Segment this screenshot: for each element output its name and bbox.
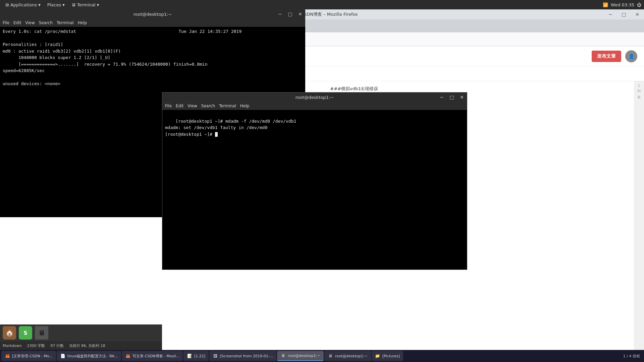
user-avatar[interactable]: 👤 xyxy=(625,50,637,62)
terminal-1-close-button[interactable]: ✕ xyxy=(295,9,305,19)
term1-file-menu[interactable]: File xyxy=(3,20,9,25)
term2-file-menu[interactable]: File xyxy=(165,104,172,108)
firefox-minimize-button[interactable]: ─ xyxy=(604,9,617,19)
terminal-2-minimize-button[interactable]: ─ xyxy=(437,93,447,102)
terminal-1-maximize-button[interactable]: □ xyxy=(285,9,295,19)
terminal-chevron: ▾ xyxy=(97,2,99,7)
taskbar-item-terminal-1[interactable]: 🖥 root@desktop1:~ xyxy=(277,351,324,361)
datetime-display: Wed 03:35 xyxy=(611,2,634,7)
term2-view-menu[interactable]: View xyxy=(187,104,197,108)
places-label: Places xyxy=(47,2,61,7)
terminal-2-title: root@desktop1:~ xyxy=(296,95,334,100)
term2-terminal-menu[interactable]: Terminal xyxy=(219,104,236,108)
char-count: 2300 字数 xyxy=(27,343,45,348)
taskbar-item-label-2: linux磁盘阵列配置方法 · RA... xyxy=(67,354,118,359)
terminal-icon: 🖥 xyxy=(71,2,76,7)
system-bar: ⊞ Applications ▾ Places ▾ 🖥 Terminal ▾ 📶… xyxy=(0,0,644,9)
firefox-close-button[interactable]: ✕ xyxy=(631,9,644,19)
line-count: 97 行数 xyxy=(50,343,64,348)
term1-edit-menu[interactable]: Edit xyxy=(13,20,21,25)
terminal-1-titlebar: root@desktop1:~ ─ □ ✕ xyxy=(0,9,305,19)
taskbar-item-label-5: [Screenshot from 2019-01-... xyxy=(220,354,273,358)
taskbar-firefox-icon-2: 🦊 xyxy=(125,353,130,359)
term1-terminal-menu[interactable]: Terminal xyxy=(57,20,74,25)
firefox-window-controls: ─ □ ✕ xyxy=(604,9,644,19)
terminal-1-menubar: File Edit View Search Terminal Help xyxy=(0,19,305,27)
taskbar-firefox-icon: 🦊 xyxy=(5,353,10,359)
icon-tray: 🏠 S 🖥 xyxy=(0,324,162,341)
taskbar-item-label-6: root@desktop1:~ xyxy=(288,354,320,358)
page-info: 1 / 4 役程 xyxy=(623,354,643,359)
taskbar: 🦊 [文章管理-CSDN - Mo... 📄 linux磁盘阵列配置方法 · R… xyxy=(0,350,644,362)
applications-label: Applications xyxy=(10,2,37,7)
power-icon: ⏻ xyxy=(637,2,641,7)
terminal-window-2: root@desktop1:~ ─ □ ✕ File Edit View Sea… xyxy=(162,92,467,270)
taskbar-terminal-icon-1: 🖥 xyxy=(280,353,286,358)
terminal-1-minimize-button[interactable]: ─ xyxy=(275,9,285,19)
network-icon: 📶 xyxy=(603,2,608,7)
terminal-2-controls: ─ □ ✕ xyxy=(437,93,467,102)
term2-edit-menu[interactable]: Edit xyxy=(176,104,183,108)
taskbar-item-label-7: root@desktop1:~ xyxy=(335,354,368,358)
article-sidebar: 1 列 表 xyxy=(634,81,644,362)
terminal-2-titlebar: root@desktop1:~ ─ □ ✕ xyxy=(162,93,467,102)
cursor xyxy=(215,132,218,137)
spreadsheet-icon[interactable]: S xyxy=(19,326,32,340)
terminal-2-content[interactable]: [root@desktop1 ~]# mdadm -f /dev/md0 /de… xyxy=(162,110,467,269)
term1-help-menu[interactable]: Help xyxy=(78,20,87,25)
places-menu[interactable]: Places ▾ xyxy=(45,2,67,8)
applications-menu[interactable]: ⊞ Applications ▾ xyxy=(3,2,43,8)
taskbar-item-label: [文章管理-CSDN - Mo... xyxy=(12,354,53,359)
taskbar-item-label-3: 写文章-CSDN博客 - Mozil... xyxy=(132,354,179,359)
taskbar-terminal-icon-2: 🖥 xyxy=(328,353,333,359)
applications-icon: ⊞ xyxy=(5,2,9,7)
editor-mode: Markdown xyxy=(3,344,22,348)
system-bar-right: 📶 Wed 03:35 ⏻ xyxy=(603,2,641,7)
taskbar-item-firefox-csdn[interactable]: 🦊 [文章管理-CSDN - Mo... xyxy=(1,351,56,361)
places-chevron: ▾ xyxy=(62,2,65,7)
cursor-position: 当前行 86, 当前列 18 xyxy=(69,343,105,348)
term2-search-menu[interactable]: Search xyxy=(201,104,215,108)
applications-chevron: ▾ xyxy=(38,2,41,7)
taskbar-editor-icon: 📝 xyxy=(187,353,192,359)
files-icon[interactable]: 🏠 xyxy=(3,326,16,340)
term1-view-menu[interactable]: View xyxy=(25,20,35,25)
taskbar-image-icon: 🖼 xyxy=(213,353,218,359)
taskbar-item-terminal-2[interactable]: 🖥 root@desktop1:~ xyxy=(324,351,371,361)
publish-button[interactable]: 发布文章 xyxy=(592,51,621,62)
taskbar-item-csdn-write[interactable]: 🦊 写文章-CSDN博客 - Mozil... xyxy=(122,351,183,361)
term1-search-menu[interactable]: Search xyxy=(39,20,53,25)
terminal-1-controls: ─ □ ✕ xyxy=(275,9,305,19)
taskbar-item-editor[interactable]: 📝 [1.22] xyxy=(183,351,209,361)
terminal-2-maximize-button[interactable]: □ xyxy=(447,93,457,102)
taskbar-doc-icon: 📄 xyxy=(60,353,65,359)
terminal-menu-label: Terminal xyxy=(77,2,96,7)
taskbar-item-screenshot[interactable]: 🖼 [Screenshot from 2019-01-... xyxy=(209,351,276,361)
system-bar-left: ⊞ Applications ▾ Places ▾ 🖥 Terminal ▾ xyxy=(3,2,102,8)
taskbar-item-ra[interactable]: 📄 linux磁盘阵列配置方法 · RA... xyxy=(57,351,121,361)
taskbar-item-label-4: [1.22] xyxy=(194,354,205,358)
term2-help-menu[interactable]: Help xyxy=(240,104,249,108)
terminal-1-title: root@desktop1:~ xyxy=(133,12,172,17)
taskbar-item-label-8: [Pictures] xyxy=(382,354,400,358)
taskbar-folder-icon: 📁 xyxy=(375,353,380,359)
firefox-maximize-button[interactable]: □ xyxy=(617,9,631,19)
status-bar: Markdown 2300 字数 97 行数 当前行 86, 当前列 18 xyxy=(0,341,162,350)
terminal-2-close-button[interactable]: ✕ xyxy=(457,93,467,102)
terminal-tray-icon[interactable]: 🖥 xyxy=(35,326,48,340)
terminal-2-menubar: File Edit View Search Terminal Help xyxy=(162,102,467,110)
terminal-menu[interactable]: 🖥 Terminal ▾ xyxy=(69,2,102,8)
taskbar-item-pictures[interactable]: 📁 [Pictures] xyxy=(372,351,403,361)
